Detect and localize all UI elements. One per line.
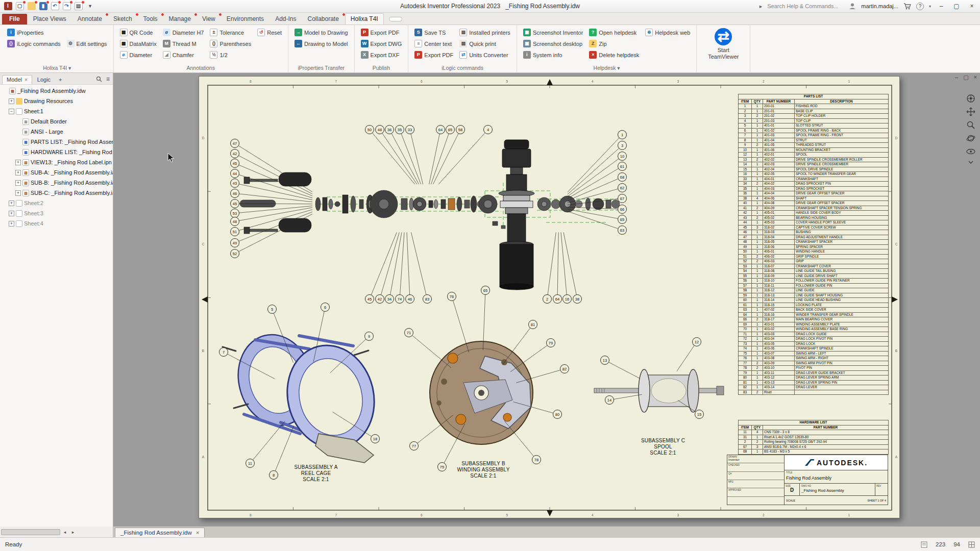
tree-expander-icon[interactable]: +: [15, 180, 21, 186]
ribbon-button-edit-settings[interactable]: ⚙Edit settings: [65, 38, 109, 49]
ribbon-button-quick-print[interactable]: ▤Quick print: [457, 38, 512, 49]
browser-item-parts-list-fishing-rod-assembly[interactable]: ▦PARTS LIST: _Fishing Rod Assembly: [0, 137, 113, 147]
ribbon-tab-tools[interactable]: Tools: [138, 14, 163, 24]
help-dropdown-icon[interactable]: ▾: [929, 4, 931, 9]
ribbon-button-model-to-drawing[interactable]: →Model to Drawing: [292, 27, 350, 38]
help-icon[interactable]: ?: [916, 3, 924, 10]
browser-item-sub-a-fishing-rod-assembly-iam[interactable]: +▧SUB-A: _Fishing Rod Assembly.iam: [0, 167, 113, 178]
search-expand-icon[interactable]: ▸: [760, 3, 763, 10]
ribbon-button-save-ts[interactable]: SSave TS: [412, 27, 455, 38]
ribbon-tab-view[interactable]: View: [197, 14, 220, 24]
ribbon-button-reset[interactable]: ↺Reset: [255, 27, 284, 38]
scrollbar-thumb[interactable]: [1, 529, 60, 535]
ribbon-button-system-info[interactable]: iSystem info: [521, 49, 585, 60]
minimize-button[interactable]: –: [936, 3, 946, 10]
browser-item-hardware-list-fishing-rod-asse[interactable]: ▦HARDWARE LIST: _Fishing Rod Asse: [0, 147, 113, 157]
store-cart-icon[interactable]: [903, 3, 911, 10]
browser-item-ansi-large[interactable]: ▣ANSI - Large: [0, 127, 113, 137]
browser-menu-icon[interactable]: ≡: [106, 76, 110, 83]
browser-search-icon[interactable]: [96, 76, 102, 82]
qat-dropdown-button[interactable]: ▾: [85, 2, 95, 11]
ribbon-button-export-dwg[interactable]: WExport DWG: [359, 38, 404, 49]
browser-item-default-border[interactable]: ▣Default Border: [0, 116, 113, 127]
drawing-canvas[interactable]: – ▢ ×: [113, 73, 980, 527]
ribbon-button-datamatrix[interactable]: ▩DataMatrix: [118, 38, 159, 49]
status-grid-icon[interactable]: [968, 541, 975, 548]
ribbon-tab-annotate[interactable]: Annotate: [72, 14, 107, 24]
maximize-button[interactable]: ▢: [951, 3, 962, 10]
browser-add-tab-button[interactable]: +: [56, 77, 65, 84]
browser-item-sheet-2[interactable]: +Sheet:2: [0, 198, 113, 208]
navigation-wheel-icon[interactable]: [966, 93, 976, 104]
ribbon-button-parentheses[interactable]: ()Parentheses: [208, 38, 253, 49]
tree-expander-icon[interactable]: +: [9, 211, 14, 216]
print-button[interactable]: ▤: [74, 2, 83, 11]
ribbon-button-helpdesk-web[interactable]: ⊕Helpdesk web: [643, 27, 692, 38]
ribbon-button-screenshot-inventor[interactable]: ▣Screenshot Inventor: [521, 27, 585, 38]
tree-expander-icon[interactable]: +: [9, 201, 14, 206]
document-tab[interactable]: _Fishing Rod Assembly.idw ×: [115, 528, 205, 537]
ribbon-button-screenshot-desktop[interactable]: ▣Screenshot desktop: [521, 38, 585, 49]
ribbon-button-export-dxf[interactable]: XExport DXF: [359, 49, 404, 60]
browser-item-drawing-resources[interactable]: +Drawing Resources: [0, 96, 113, 106]
navbar-more-icon[interactable]: [966, 160, 976, 166]
ribbon-button-units-converter[interactable]: ⇄Units Converter: [457, 49, 512, 60]
ribbon-tab-collaborate[interactable]: Collaborate: [302, 14, 344, 24]
drawing-sheet[interactable]: 8877665544332211DDCCBBAA4742454443464553…: [199, 76, 900, 518]
browser-item-fishing-rod-assembly-idw[interactable]: ▤_Fishing Rod Assembly.idw: [0, 86, 113, 96]
ribbon-display-toggle[interactable]: [389, 17, 402, 21]
zoom-icon[interactable]: [966, 120, 976, 130]
browser-tab-logic[interactable]: Logic: [33, 76, 55, 84]
doc-minimize-icon[interactable]: –: [955, 74, 958, 81]
browser-tab-close-icon[interactable]: ×: [24, 77, 28, 83]
tree-expander-icon[interactable]: +: [9, 98, 14, 104]
ribbon-tab-add-ins[interactable]: Add-Ins: [270, 14, 301, 24]
scroll-left-icon[interactable]: ◂: [61, 530, 68, 535]
ribbon-tab-manage[interactable]: Manage: [164, 14, 196, 24]
ribbon-button-diameter-h7[interactable]: ⌀Diameter H7: [161, 27, 206, 38]
ribbon-button-diameter[interactable]: ⌀Diameter: [118, 49, 159, 60]
browser-item-sheet-3[interactable]: +Sheet:3: [0, 208, 113, 218]
pan-icon[interactable]: [966, 107, 976, 117]
ribbon-button-qr-code[interactable]: ▦QR Code: [118, 27, 159, 38]
app-menu-button[interactable]: I: [3, 2, 13, 11]
ribbon-panel-label-holixa-t4i[interactable]: Holixa T4I ▾: [1, 63, 113, 72]
ribbon-button-zip[interactable]: ZZip: [587, 38, 641, 49]
ribbon-button-center-text[interactable]: ≡Center text: [412, 38, 455, 49]
look-at-icon[interactable]: [966, 146, 976, 157]
save-button[interactable]: ▮: [38, 2, 48, 11]
tree-expander-icon[interactable]: −: [9, 109, 14, 114]
ribbon-button-drawing-to-model[interactable]: ←Drawing to Model: [292, 38, 350, 49]
ribbon-button-thread-m[interactable]: MThread M: [161, 38, 206, 49]
user-name[interactable]: martin.madaj...: [861, 3, 898, 9]
ribbon-button-tolerance[interactable]: ±Tolerance: [208, 27, 253, 38]
open-file-button[interactable]: [27, 2, 36, 11]
orbit-icon[interactable]: [966, 133, 976, 143]
ribbon-panel-label-helpdesk[interactable]: Helpdesk ▾: [517, 63, 696, 72]
browser-item-sheet-4[interactable]: +Sheet:4: [0, 218, 113, 229]
ribbon-button-delete-helpdesk[interactable]: ×Delete helpdesk: [587, 49, 641, 60]
document-tab-close-icon[interactable]: ×: [196, 530, 200, 536]
ribbon-tab-file[interactable]: File: [2, 14, 27, 24]
browser-item-sheet-1[interactable]: −Sheet:1: [0, 106, 113, 116]
browser-horizontal-scrollbar[interactable]: ◂ ▸: [0, 527, 113, 537]
scroll-right-icon[interactable]: ▸: [69, 530, 77, 535]
help-search-input[interactable]: Search Help & Commands...: [767, 3, 844, 9]
ribbon-tab-environments[interactable]: Environments: [222, 14, 269, 24]
browser-item-sub-b-fishing-rod-assembly-iam[interactable]: +▧SUB-B: _Fishing Rod Assembly.iam: [0, 178, 113, 188]
undo-button[interactable]: ↶: [50, 2, 60, 11]
tree-expander-icon[interactable]: +: [15, 190, 21, 196]
doc-close-icon[interactable]: ×: [974, 74, 977, 81]
tree-expander-icon[interactable]: +: [15, 170, 21, 176]
ribbon-tab-sketch[interactable]: Sketch: [108, 14, 137, 24]
ribbon-tab-holixa-t4i[interactable]: Holixa T4I: [345, 13, 384, 24]
new-file-button[interactable]: ▢: [15, 2, 24, 11]
tree-expander-icon[interactable]: +: [9, 221, 14, 227]
browser-item-sub-c-fishing-rod-assembly-iam[interactable]: +▧SUB-C: _Fishing Rod Assembly.iam: [0, 188, 113, 198]
ribbon-button-export-pdf[interactable]: PExport PDF: [359, 27, 404, 38]
ribbon-button-chamfer[interactable]: ◢Chamfer: [161, 49, 206, 60]
ribbon-button-iproperties[interactable]: iiProperties: [5, 27, 63, 38]
doc-restore-icon[interactable]: ▢: [963, 74, 968, 81]
ribbon-button-ilogic-commands[interactable]: {}iLogic commands: [5, 38, 63, 49]
ribbon-tab-place-views[interactable]: Place Views: [28, 14, 71, 24]
